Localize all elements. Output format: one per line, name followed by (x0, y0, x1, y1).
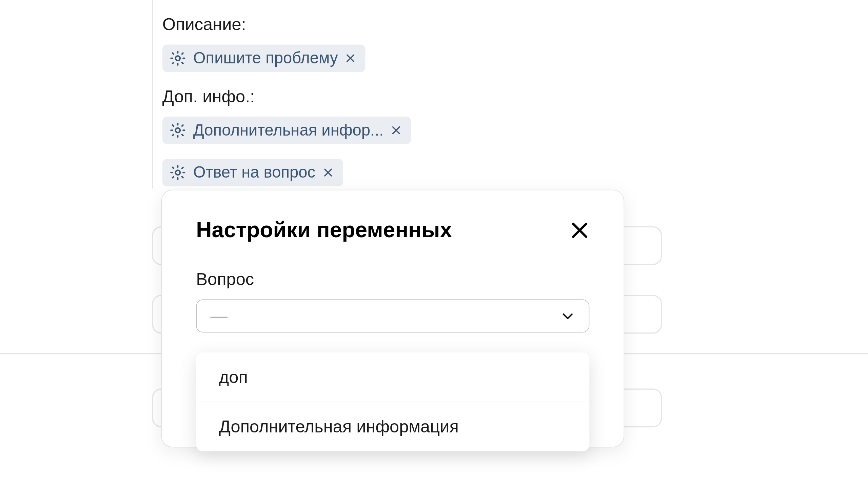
variable-chip[interactable]: Дополнительная инфор... (162, 117, 411, 144)
popover-title: Настройки переменных (196, 218, 452, 242)
form-content: Описание: Опишите проблему Доп. инфо.: Д… (162, 15, 411, 201)
chip-label: Опишите проблему (193, 49, 338, 67)
chip-label: Дополнительная инфор... (193, 121, 384, 139)
remove-chip-icon[interactable] (345, 53, 356, 64)
extra-info-chips-row: Дополнительная инфор... (162, 117, 411, 144)
question-field-label: Вопрос (196, 270, 589, 289)
select-placeholder: — (210, 306, 229, 326)
svg-point-6 (176, 170, 180, 175)
extra-info-chips-row-2: Ответ на вопрос (162, 159, 411, 186)
popover-header: Настройки переменных (196, 218, 589, 242)
question-dropdown: доп Дополнительная информация (196, 352, 589, 451)
dropdown-option[interactable]: доп (196, 352, 589, 402)
gear-icon[interactable] (169, 122, 186, 139)
chevron-down-icon (560, 308, 575, 323)
gear-icon[interactable] (169, 164, 186, 181)
chip-label: Ответ на вопрос (193, 163, 315, 182)
variable-chip[interactable]: Ответ на вопрос (162, 159, 343, 186)
question-select[interactable]: — (196, 299, 589, 332)
svg-point-0 (176, 56, 180, 60)
extra-info-label: Доп. инфо.: (162, 87, 411, 106)
close-icon[interactable] (570, 220, 589, 240)
variable-chip[interactable]: Опишите проблему (162, 45, 366, 72)
gear-icon[interactable] (169, 50, 186, 67)
description-chips-row: Опишите проблему (162, 45, 411, 72)
remove-chip-icon[interactable] (322, 167, 334, 178)
remove-chip-icon[interactable] (391, 125, 402, 136)
description-label: Описание: (162, 15, 411, 34)
dropdown-option[interactable]: Дополнительная информация (196, 402, 589, 451)
svg-point-3 (176, 128, 180, 133)
panel-left-border (152, 0, 153, 188)
